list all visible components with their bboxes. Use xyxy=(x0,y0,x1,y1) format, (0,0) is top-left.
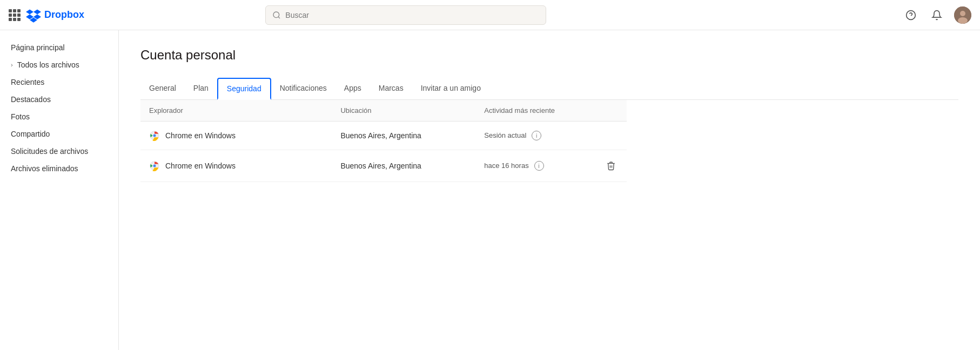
tab-seguridad[interactable]: Seguridad xyxy=(217,78,271,100)
svg-point-4 xyxy=(960,11,965,16)
topnav: Dropbox xyxy=(0,0,980,30)
browser-cell-1: Chrome en Windows xyxy=(149,130,323,141)
sidebar-item-files-label: Todos los archivos xyxy=(17,60,79,69)
avatar-image xyxy=(954,6,971,24)
search-icon xyxy=(272,11,281,19)
sidebar-item-deleted-label: Archivos eliminados xyxy=(11,164,78,173)
sidebar-item-photos[interactable]: Fotos xyxy=(0,108,118,125)
cell-location-2: Buenos Aires, Argentina xyxy=(332,150,475,182)
tab-notificaciones[interactable]: Notificaciones xyxy=(271,78,335,99)
col-header-activity: Actividad más reciente xyxy=(475,100,595,122)
grid-menu-icon[interactable] xyxy=(9,9,21,21)
sidebar-item-recents-label: Recientes xyxy=(11,78,44,86)
table-header-row: Explorador Ubicación Actividad más recie… xyxy=(140,100,627,122)
cell-location-1: Buenos Aires, Argentina xyxy=(332,122,475,150)
delete-session-button[interactable] xyxy=(604,159,618,173)
avatar[interactable] xyxy=(954,6,971,24)
main-content: Cuenta personal General Plan Seguridad N… xyxy=(119,30,980,350)
help-icon xyxy=(905,10,916,21)
sidebar-item-file-requests-label: Solicitudes de archivos xyxy=(11,147,88,156)
tab-general[interactable]: General xyxy=(140,78,185,99)
browser-name-1: Chrome en Windows xyxy=(165,131,236,140)
sidebar-item-starred-label: Destacados xyxy=(11,95,51,104)
sidebar-item-deleted[interactable]: Archivos eliminados xyxy=(0,160,118,177)
cell-activity-2: hace 16 horas i xyxy=(475,150,595,182)
sidebar: Página principal › Todos los archivos Re… xyxy=(0,30,119,350)
activity-label-1: Sesión actual xyxy=(484,131,526,139)
trash-icon xyxy=(606,161,616,171)
tab-plan[interactable]: Plan xyxy=(185,78,217,99)
cell-browser-2: Chrome en Windows xyxy=(140,150,332,182)
table-row: Chrome en Windows Buenos Aires, Argentin… xyxy=(140,150,627,182)
chrome-icon-1 xyxy=(149,130,160,141)
tab-apps[interactable]: Apps xyxy=(335,78,370,99)
tab-invitar[interactable]: Invitar a un amigo xyxy=(412,78,489,99)
table-header: Explorador Ubicación Actividad más recie… xyxy=(140,100,627,122)
sidebar-item-recents[interactable]: Recientes xyxy=(0,73,118,91)
info-icon-1[interactable]: i xyxy=(532,131,541,140)
bell-icon xyxy=(931,10,942,21)
table-body: Chrome en Windows Buenos Aires, Argentin… xyxy=(140,122,627,182)
col-header-action xyxy=(595,100,627,122)
activity-label-2: hace 16 horas xyxy=(484,161,528,170)
logo-text: Dropbox xyxy=(44,9,84,21)
table-row: Chrome en Windows Buenos Aires, Argentin… xyxy=(140,122,627,150)
sidebar-item-file-requests[interactable]: Solicitudes de archivos xyxy=(0,143,118,160)
topnav-right xyxy=(902,6,971,24)
col-header-location: Ubicación xyxy=(332,100,475,122)
cell-activity-1: Sesión actual i xyxy=(475,122,595,150)
tab-marcas[interactable]: Marcas xyxy=(370,78,412,99)
search-input[interactable] xyxy=(285,11,539,19)
tabs: General Plan Seguridad Notificaciones Ap… xyxy=(140,78,958,100)
sidebar-item-shared[interactable]: Compartido xyxy=(0,125,118,143)
svg-point-0 xyxy=(273,12,279,18)
logo[interactable]: Dropbox xyxy=(26,8,84,23)
chrome-icon-2 xyxy=(149,160,160,171)
svg-point-8 xyxy=(153,134,156,137)
cell-browser-1: Chrome en Windows xyxy=(140,122,332,150)
svg-point-11 xyxy=(153,165,156,167)
sidebar-item-home-label: Página principal xyxy=(11,43,65,52)
col-header-browser: Explorador xyxy=(140,100,332,122)
layout: Página principal › Todos los archivos Re… xyxy=(0,30,980,350)
topnav-left: Dropbox xyxy=(9,8,84,23)
sidebar-item-files[interactable]: › Todos los archivos xyxy=(0,56,118,73)
page-title: Cuenta personal xyxy=(140,48,958,63)
notifications-button[interactable] xyxy=(928,6,945,24)
browser-name-2: Chrome en Windows xyxy=(165,161,236,170)
sessions-table: Explorador Ubicación Actividad más recie… xyxy=(140,100,627,182)
dropbox-logo-icon xyxy=(26,8,41,23)
cell-action-2 xyxy=(595,150,627,182)
svg-point-5 xyxy=(958,17,968,24)
sidebar-item-photos-label: Fotos xyxy=(11,112,30,121)
sidebar-item-shared-label: Compartido xyxy=(11,130,50,138)
help-button[interactable] xyxy=(902,6,919,24)
browser-cell-2: Chrome en Windows xyxy=(149,160,323,171)
chevron-right-icon: › xyxy=(11,62,13,68)
sidebar-item-starred[interactable]: Destacados xyxy=(0,91,118,108)
search-bar[interactable] xyxy=(265,5,546,25)
cell-action-1 xyxy=(595,122,627,150)
sidebar-item-home[interactable]: Página principal xyxy=(0,39,118,56)
info-icon-2[interactable]: i xyxy=(534,161,544,171)
